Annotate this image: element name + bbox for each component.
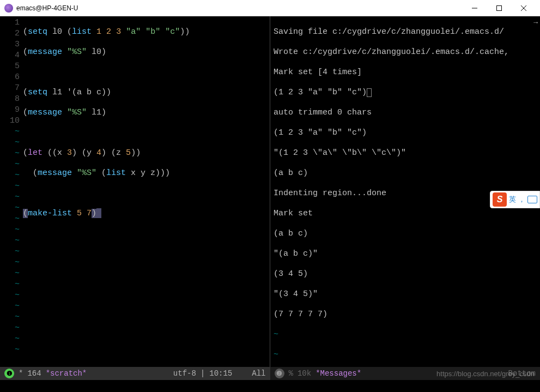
buffer-size: 164 [27,369,41,378]
encoding: utf-8 [173,369,196,378]
minimize-button[interactable] [462,0,487,16]
window-number-indicator: ❶ [4,369,14,378]
window-controls [462,0,536,16]
minibuffer[interactable] [0,380,540,392]
text-cursor [96,208,101,218]
buffer-size: 10k [298,369,311,378]
buffer-name: *Messages* [315,369,361,378]
window-title: emacs@HP-4GEN-U [16,4,78,12]
svg-rect-1 [496,5,501,10]
scroll-percent: Bottom [508,369,536,378]
window-titlebar: emacs@HP-4GEN-U [0,0,540,16]
cursor-position: 10:15 [209,369,232,378]
window-number-indicator: ❷ [275,369,284,378]
emacs-frame: 12345678910 ~~~~~~~~~~~~~~~~~~~~~ (setq … [0,16,540,367]
maximize-button[interactable] [487,0,511,16]
ime-widget[interactable]: S 英 ， [490,191,540,208]
keyboard-icon[interactable] [527,196,537,203]
modeline-row: ❶ * 164 *scratch* utf-8 | 10:15 All ❷ % … [0,367,540,380]
modeline-left[interactable]: ❶ * 164 *scratch* utf-8 | 10:15 All [0,367,270,380]
close-button[interactable] [511,0,536,16]
scroll-percent: All [252,369,265,378]
code-area[interactable]: (setq l0 (list 1 2 3 "a" "b" "c")) (mess… [23,16,270,367]
modified-flag: * [19,369,23,378]
left-editor-pane[interactable]: 12345678910 ~~~~~~~~~~~~~~~~~~~~~ (setq … [0,16,270,367]
modeline-right[interactable]: ❷ % 10k *Messages* Bottom [270,367,541,380]
line-number-gutter: 12345678910 ~~~~~~~~~~~~~~~~~~~~~ [0,16,23,367]
buffer-name: *scratch* [46,369,87,378]
sogou-icon[interactable]: S [493,192,507,207]
emacs-app-icon [4,4,13,13]
inactive-cursor [367,88,372,97]
ime-punct[interactable]: ， [518,195,525,204]
ime-language[interactable]: 英 [509,195,516,204]
